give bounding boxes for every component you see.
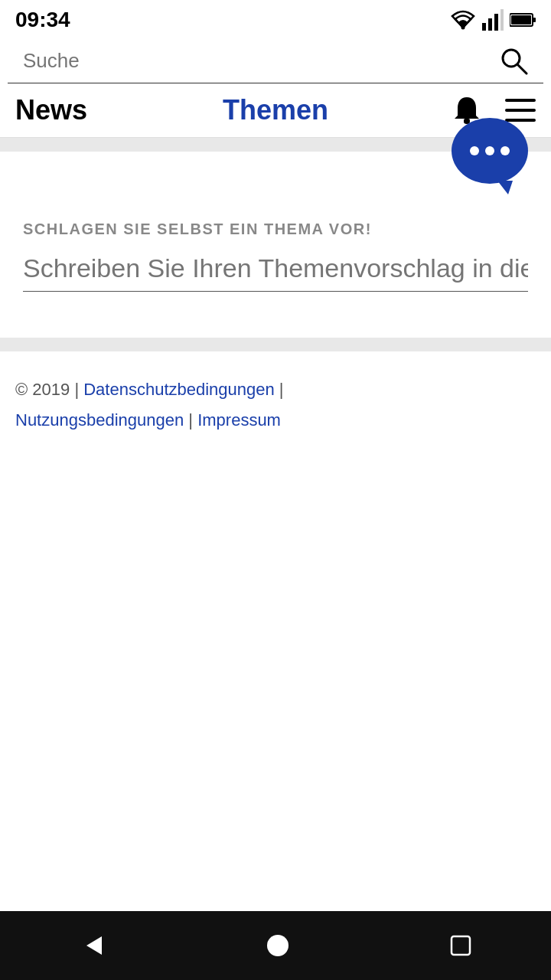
android-nav-bar [0,911,551,980]
recent-button[interactable] [449,934,472,957]
svg-rect-13 [505,109,536,112]
status-icons [450,9,536,31]
sep1: | [275,380,284,399]
footer-text: © 2019 | Datenschutzbedingungen | Nutzun… [15,374,536,435]
svg-rect-17 [452,936,470,955]
suggest-prompt-label: SCHLAGEN SIE SELBST EIN THEMA VOR! [23,220,528,238]
battery-icon [510,12,536,28]
chat-bubble [452,118,528,184]
chat-dot-1 [470,146,479,155]
svg-rect-7 [511,15,531,24]
nutzung-link[interactable]: Nutzungsbedingungen [15,410,184,430]
footer: © 2019 | Datenschutzbedingungen | Nutzun… [0,351,551,911]
status-time: 09:34 [15,8,70,32]
back-icon [79,932,106,959]
content-area: SCHLAGEN SIE SELBST EIN THEMA VOR! [0,152,551,322]
search-icon [499,46,528,75]
signal-icon [482,9,504,31]
recent-icon [449,934,472,957]
svg-rect-2 [488,18,492,31]
status-bar: 09:34 [0,0,551,38]
impressum-link[interactable]: Impressum [197,410,281,430]
home-button[interactable] [264,932,292,959]
svg-marker-15 [86,936,102,955]
copyright-text: © 2019 | [15,380,83,399]
sep2: | [184,410,197,430]
chat-bubble-tail [497,181,513,194]
nav-news-label[interactable]: News [15,94,189,126]
back-button[interactable] [79,932,106,959]
chat-dot-2 [485,146,494,155]
datenschutz-link[interactable]: Datenschutzbedingungen [83,380,275,399]
footer-separator [0,338,551,351]
nav-themen-label[interactable]: Themen [189,94,363,126]
suggest-input[interactable] [23,253,528,292]
svg-rect-3 [494,14,498,31]
search-input[interactable] [23,49,499,73]
chat-dot-3 [500,146,510,155]
wifi-icon [450,9,476,31]
svg-line-9 [517,64,527,74]
svg-rect-1 [482,23,486,31]
search-bar [8,38,543,83]
svg-point-16 [267,935,289,956]
home-icon [264,932,292,959]
svg-rect-6 [533,18,536,22]
svg-rect-12 [505,99,536,102]
svg-rect-4 [500,9,504,31]
svg-point-0 [461,26,465,30]
search-button[interactable] [499,46,528,75]
